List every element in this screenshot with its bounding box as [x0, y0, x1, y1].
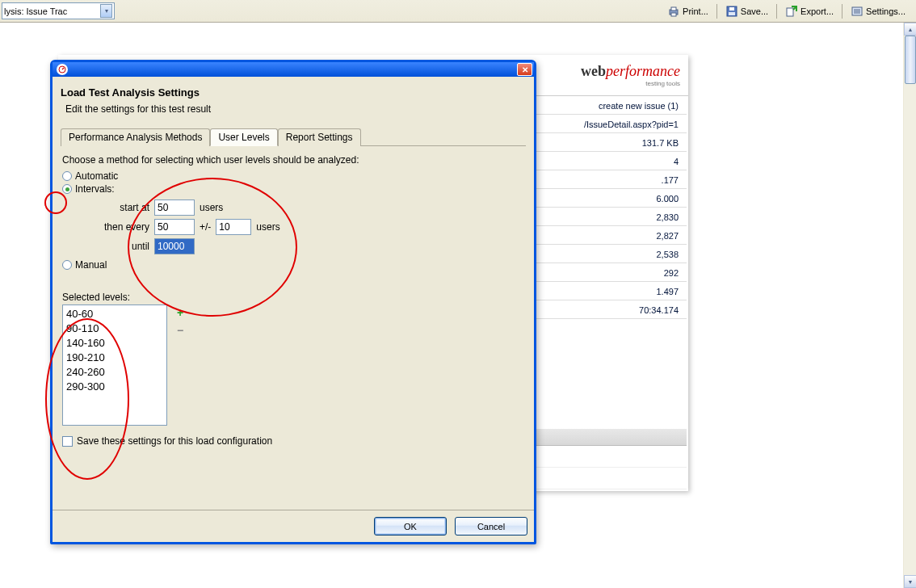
separator — [716, 4, 717, 19]
radio-automatic-label: Automatic — [75, 170, 118, 182]
floppy-icon — [725, 5, 738, 18]
svg-rect-6 — [787, 8, 793, 16]
close-button[interactable]: ✕ — [517, 63, 532, 76]
selected-levels-label: Selected levels: — [62, 292, 524, 303]
tab-user-levels[interactable]: User Levels — [210, 128, 277, 146]
cancel-button[interactable]: Cancel — [455, 517, 527, 536]
remove-level-button[interactable]: − — [174, 324, 187, 337]
minus-icon: − — [177, 324, 183, 337]
dialog-titlebar[interactable]: ✕ — [53, 62, 534, 77]
start-at-input[interactable] — [154, 200, 195, 216]
radio-manual-label: Manual — [75, 259, 107, 271]
printer-icon — [667, 5, 680, 18]
export-icon — [785, 5, 798, 18]
then-every-label: then every — [95, 221, 149, 233]
settings-icon — [851, 5, 863, 18]
combo-dropdown-button[interactable]: ▾ — [100, 4, 112, 18]
save-button[interactable]: Save... — [721, 3, 772, 19]
ok-button[interactable]: OK — [374, 517, 447, 536]
brand-subtitle: testing tools — [581, 80, 680, 87]
export-button[interactable]: Export... — [781, 3, 838, 19]
save-settings-checkbox[interactable] — [62, 436, 73, 447]
list-item[interactable]: 90-110 — [66, 321, 163, 336]
start-users-label: users — [200, 202, 223, 213]
toolbar: lysis: Issue Trac ▾ Print... Save... Exp… — [0, 0, 916, 23]
list-item[interactable]: 240-260 — [66, 365, 163, 380]
dialog-subtitle: Edit the settings for this test result — [65, 103, 526, 115]
radio-intervals[interactable] — [62, 184, 72, 194]
settings-button[interactable]: Settings... — [847, 3, 910, 19]
radio-automatic[interactable] — [62, 171, 72, 181]
close-icon: ✕ — [522, 65, 528, 74]
add-level-button[interactable]: + — [174, 306, 187, 319]
every-users-label: users — [256, 221, 279, 233]
plus-minus-input[interactable] — [216, 219, 251, 235]
separator — [776, 4, 777, 19]
radio-intervals-label: Intervals: — [75, 183, 115, 195]
view-combo[interactable]: lysis: Issue Trac ▾ — [2, 2, 115, 19]
scroll-down-button[interactable]: ▼ — [904, 575, 916, 588]
svg-rect-4 — [729, 7, 734, 10]
scroll-thumb[interactable] — [905, 36, 916, 84]
tab-report-settings[interactable]: Report Settings — [278, 128, 361, 146]
tab-strip: Performance Analysis Methods User Levels… — [61, 128, 526, 146]
vertical-scrollbar[interactable]: ▲ ▼ — [903, 23, 916, 588]
svg-rect-2 — [671, 13, 676, 16]
tab-performance-methods[interactable]: Performance Analysis Methods — [61, 128, 210, 146]
dialog-title: Load Test Analysis Settings — [61, 86, 526, 99]
list-item[interactable]: 40-60 — [66, 307, 163, 321]
scroll-up-button[interactable]: ▲ — [904, 23, 916, 36]
levels-listbox[interactable]: 40-6090-110140-160190-210240-260290-300 — [62, 304, 167, 426]
print-button[interactable]: Print... — [663, 3, 712, 19]
plus-minus-label: +/- — [200, 221, 211, 233]
until-label: until — [95, 241, 149, 252]
until-input[interactable] — [154, 238, 195, 254]
plus-icon: + — [177, 306, 183, 319]
view-combo-text: lysis: Issue Trac — [4, 6, 100, 16]
radio-manual[interactable] — [62, 260, 72, 270]
list-item[interactable]: 190-210 — [66, 351, 163, 365]
gauge-icon — [57, 64, 68, 75]
brand-logo: webperformance — [581, 63, 680, 80]
save-settings-label: Save these settings for this load config… — [77, 435, 272, 447]
instruction-text: Choose a method for selecting which user… — [62, 154, 524, 166]
then-every-input[interactable] — [154, 219, 195, 235]
svg-rect-5 — [729, 12, 735, 15]
settings-dialog: ✕ Load Test Analysis Settings Edit the s… — [50, 60, 536, 544]
start-at-label: start at — [95, 202, 149, 213]
separator — [842, 4, 842, 19]
list-item[interactable]: 140-160 — [66, 336, 163, 351]
list-item[interactable]: 290-300 — [66, 380, 163, 394]
svg-rect-1 — [671, 7, 676, 10]
